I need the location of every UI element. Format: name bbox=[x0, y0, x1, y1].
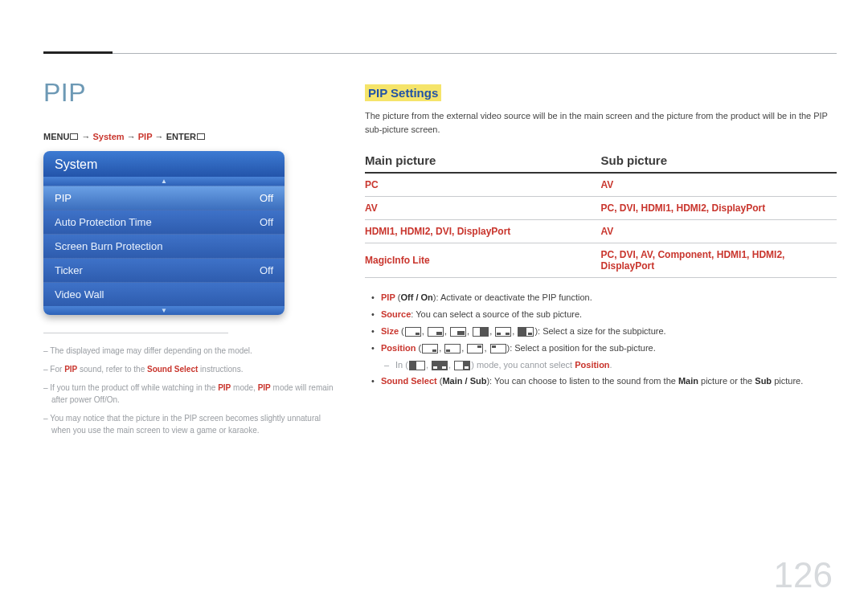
cell-main: MagicInfo Lite bbox=[365, 243, 601, 278]
section-intro: The picture from the external video sour… bbox=[365, 109, 837, 136]
breadcrumb-arrow-3: → bbox=[155, 132, 166, 141]
mode-icon-1 bbox=[409, 361, 425, 370]
page-number: 126 bbox=[774, 555, 833, 595]
cell-sub: PC, DVI, AV, Component, HDMI1, HDMI2, Di… bbox=[601, 243, 837, 278]
size-icon-3 bbox=[450, 327, 466, 337]
osd-row-value: Off bbox=[260, 192, 273, 204]
bullet-position: Position (, , , ): Select a position for… bbox=[365, 340, 837, 357]
menu-icon bbox=[70, 133, 78, 140]
bullet-source: Source: You can select a source of the s… bbox=[365, 306, 837, 323]
position-icon-tr bbox=[467, 344, 483, 353]
mode-icon-2 bbox=[432, 361, 448, 370]
cell-main: PC bbox=[365, 173, 601, 197]
table-row: PCAV bbox=[365, 173, 837, 197]
left-column: PIP MENU → System → PIP → ENTER System ▲… bbox=[43, 78, 341, 443]
enter-icon bbox=[197, 133, 205, 140]
mode-icon-3 bbox=[454, 361, 470, 370]
position-icon-br bbox=[422, 344, 438, 353]
cell-main: HDMI1, HDMI2, DVI, DisplayPort bbox=[365, 220, 601, 243]
menu-breadcrumb: MENU → System → PIP → ENTER bbox=[43, 132, 341, 141]
col-header-main: Main picture bbox=[365, 150, 601, 173]
size-icon-6 bbox=[518, 327, 534, 337]
size-icon-1 bbox=[405, 327, 421, 337]
bullet-size: Size (, , , , , ): Select a size for the… bbox=[365, 323, 837, 340]
table-row: AVPC, DVI, HDMI1, HDMI2, DisplayPort bbox=[365, 197, 837, 220]
bullet-position-note: In (, , ) mode, you cannot select Positi… bbox=[365, 357, 837, 374]
osd-row: Screen Burn Protection bbox=[43, 234, 285, 258]
bullet-pip: PIP (Off / On): Activate or deactivate t… bbox=[365, 289, 837, 306]
position-icon-bl bbox=[444, 344, 461, 353]
osd-row-label: Ticker bbox=[55, 264, 83, 276]
osd-row: Video Wall bbox=[43, 282, 285, 306]
footnote-2: For PIP sound, refer to the Sound Select… bbox=[43, 363, 341, 375]
osd-row-label: Screen Burn Protection bbox=[55, 240, 162, 252]
osd-scroll-down-icon: ▼ bbox=[43, 306, 285, 315]
top-rule-accent bbox=[43, 51, 113, 54]
breadcrumb-enter: ENTER bbox=[166, 132, 196, 141]
osd-row: TickerOff bbox=[43, 258, 285, 282]
picture-source-table: Main picture Sub picture PCAVAVPC, DVI, … bbox=[365, 150, 837, 278]
breadcrumb-menu: MENU bbox=[43, 132, 69, 141]
footnote-4: You may notice that the picture in the P… bbox=[43, 412, 341, 436]
footnote-divider bbox=[43, 333, 228, 333]
osd-scroll-up-icon: ▲ bbox=[43, 177, 285, 186]
cell-sub: PC, DVI, HDMI1, HDMI2, DisplayPort bbox=[601, 197, 837, 220]
cell-sub: AV bbox=[601, 220, 837, 243]
section-title: PIP Settings bbox=[365, 84, 441, 101]
size-icon-5 bbox=[495, 327, 511, 337]
osd-screenshot: System ▲ PIPOffAuto Protection TimeOffSc… bbox=[43, 151, 285, 315]
cell-main: AV bbox=[365, 197, 601, 220]
breadcrumb-step-pip: PIP bbox=[138, 132, 153, 141]
cell-sub: AV bbox=[601, 173, 837, 197]
footnote-1: The displayed image may differ depending… bbox=[43, 345, 341, 357]
top-horizontal-rule bbox=[43, 53, 837, 54]
osd-row: Auto Protection TimeOff bbox=[43, 210, 285, 234]
page-heading: PIP bbox=[43, 78, 341, 108]
size-icon-4 bbox=[473, 327, 489, 337]
breadcrumb-step-system: System bbox=[93, 132, 125, 141]
osd-title: System bbox=[43, 151, 285, 177]
breadcrumb-arrow-2: → bbox=[127, 132, 138, 141]
bullet-sound-select: Sound Select (Main / Sub): You can choos… bbox=[365, 373, 837, 390]
table-row: HDMI1, HDMI2, DVI, DisplayPortAV bbox=[365, 220, 837, 243]
breadcrumb-arrow-1: → bbox=[81, 132, 92, 141]
size-icon-2 bbox=[428, 327, 444, 337]
osd-row-label: PIP bbox=[55, 192, 72, 204]
right-column: PIP Settings The picture from the extern… bbox=[365, 84, 837, 390]
osd-row-label: Auto Protection Time bbox=[55, 216, 152, 228]
footnote-3: If you turn the product off while watchi… bbox=[43, 382, 341, 406]
osd-row-value: Off bbox=[260, 264, 273, 276]
table-row: MagicInfo LitePC, DVI, AV, Component, HD… bbox=[365, 243, 837, 278]
osd-row-value: Off bbox=[260, 216, 273, 228]
footnotes: The displayed image may differ depending… bbox=[43, 345, 341, 436]
settings-list: PIP (Off / On): Activate or deactivate t… bbox=[365, 289, 837, 390]
osd-row-label: Video Wall bbox=[55, 288, 104, 300]
col-header-sub: Sub picture bbox=[601, 150, 837, 173]
osd-row: PIPOff bbox=[43, 186, 285, 210]
position-icon-tl bbox=[490, 344, 506, 353]
